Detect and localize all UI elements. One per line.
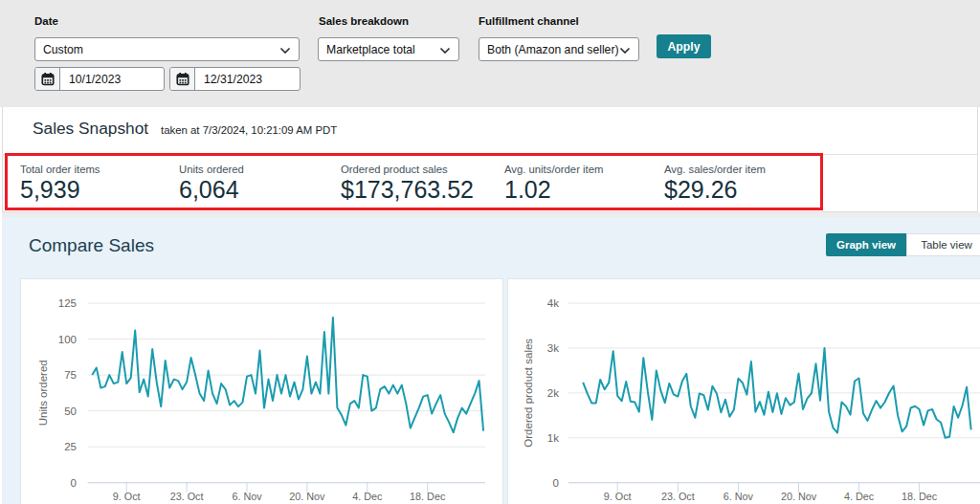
svg-text:4k: 4k xyxy=(547,297,559,309)
svg-text:2k: 2k xyxy=(547,387,559,399)
svg-text:4. Dec: 4. Dec xyxy=(844,491,875,502)
svg-text:Units ordered: Units ordered xyxy=(37,360,49,426)
svg-text:9. Oct: 9. Oct xyxy=(604,491,632,502)
svg-text:20. Nov: 20. Nov xyxy=(289,491,325,502)
svg-text:18. Dec: 18. Dec xyxy=(410,491,446,502)
svg-text:50: 50 xyxy=(64,405,77,417)
svg-text:25: 25 xyxy=(64,441,77,452)
svg-text:1k: 1k xyxy=(547,432,559,444)
svg-text:0: 0 xyxy=(553,477,559,489)
svg-text:0: 0 xyxy=(71,477,77,489)
svg-text:4. Dec: 4. Dec xyxy=(352,491,383,502)
svg-text:6. Nov: 6. Nov xyxy=(724,491,754,502)
svg-text:3k: 3k xyxy=(547,342,559,354)
svg-text:20. Nov: 20. Nov xyxy=(781,491,817,502)
svg-text:125: 125 xyxy=(58,297,77,309)
svg-text:23. Oct: 23. Oct xyxy=(661,491,695,502)
svg-text:9. Oct: 9. Oct xyxy=(113,491,141,502)
svg-text:75: 75 xyxy=(64,369,77,381)
svg-text:18. Dec: 18. Dec xyxy=(902,491,938,502)
svg-text:100: 100 xyxy=(58,334,77,345)
svg-text:6. Nov: 6. Nov xyxy=(232,491,262,502)
svg-text:Ordered product sales: Ordered product sales xyxy=(523,339,534,448)
svg-text:23. Oct: 23. Oct xyxy=(170,491,204,502)
